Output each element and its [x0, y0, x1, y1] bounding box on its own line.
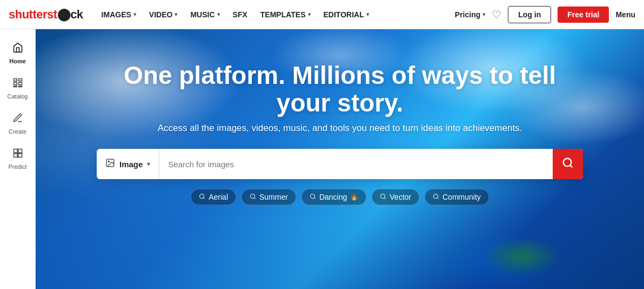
svg-point-11 [108, 161, 109, 162]
main-area: Home Catalog Cre [0, 29, 644, 289]
sidebar-item-predict[interactable]: Predict [3, 143, 33, 174]
create-icon [12, 113, 23, 126]
tag-dancing[interactable]: Dancing 🔥 [301, 189, 366, 205]
svg-rect-3 [18, 82, 22, 84]
svg-rect-2 [14, 82, 17, 84]
svg-point-18 [310, 194, 314, 198]
tag-trending-icon: 🔥 [350, 193, 358, 201]
tag-aerial[interactable]: Aerial [191, 189, 236, 205]
svg-line-13 [570, 165, 572, 167]
search-button[interactable] [553, 149, 583, 179]
chevron-down-icon: ▾ [133, 11, 136, 17]
sidebar-item-catalog[interactable]: Catalog [3, 73, 33, 104]
nav-item-video[interactable]: VIDEO ▾ [144, 7, 183, 22]
free-trial-button[interactable]: Free trial [558, 6, 609, 23]
chevron-down-icon: ▾ [308, 11, 311, 17]
search-type-label: Image [119, 160, 143, 169]
sidebar: Home Catalog Cre [0, 29, 36, 289]
svg-rect-1 [18, 79, 22, 81]
hero-section: One platform. Millions of ways to tell y… [36, 29, 644, 289]
svg-rect-4 [14, 86, 17, 87]
tag-community[interactable]: Community [425, 189, 489, 205]
svg-rect-9 [18, 154, 22, 157]
chevron-down-icon: ▾ [147, 161, 150, 168]
pricing-nav-item[interactable]: Pricing ▾ [455, 10, 485, 19]
svg-rect-0 [14, 79, 17, 81]
chevron-down-icon: ▾ [175, 11, 177, 17]
svg-point-12 [564, 158, 572, 166]
sidebar-item-create[interactable]: Create [3, 108, 33, 139]
nav-right: Pricing ▾ ♡ Log in Free trial Menu [455, 6, 635, 23]
svg-line-19 [314, 198, 315, 199]
hero-title: One platform. Millions of ways to tell y… [97, 62, 583, 116]
chevron-down-icon: ▾ [482, 11, 485, 17]
search-icon [380, 193, 386, 201]
svg-rect-5 [18, 86, 22, 87]
svg-line-21 [385, 198, 386, 199]
suggestion-tags: Aerial Summer Dancing 🔥 [191, 189, 489, 205]
nav-item-editorial[interactable]: EDITORIAL ▾ [318, 7, 374, 22]
logo[interactable]: shutterst⬤ck [9, 8, 83, 22]
tag-vector[interactable]: Vector [372, 189, 419, 205]
svg-point-14 [200, 194, 204, 198]
svg-rect-8 [14, 154, 17, 157]
sidebar-item-home[interactable]: Home [3, 38, 33, 69]
svg-point-20 [381, 194, 385, 198]
search-bar: Image ▾ [97, 149, 583, 179]
search-type-selector[interactable]: Image ▾ [97, 149, 159, 179]
svg-point-22 [433, 194, 438, 198]
home-icon [12, 42, 23, 56]
image-type-icon [105, 158, 115, 170]
svg-line-17 [254, 198, 255, 199]
nav-item-music[interactable]: MUSIC ▾ [185, 7, 225, 22]
search-icon [562, 157, 574, 172]
svg-line-15 [204, 198, 205, 199]
chevron-down-icon: ▾ [366, 11, 369, 17]
wishlist-icon[interactable]: ♡ [492, 8, 501, 21]
nav-items: IMAGES ▾ VIDEO ▾ MUSIC ▾ SFX TEMPLATES ▾… [96, 7, 455, 22]
login-button[interactable]: Log in [508, 6, 551, 23]
svg-rect-7 [18, 149, 22, 153]
svg-rect-6 [14, 149, 17, 153]
search-icon [310, 193, 316, 201]
svg-point-16 [251, 194, 255, 198]
tag-summer[interactable]: Summer [242, 189, 296, 205]
search-icon [433, 193, 439, 201]
svg-line-23 [437, 198, 438, 199]
search-input[interactable] [159, 149, 553, 179]
search-icon [199, 193, 205, 201]
top-navigation: shutterst⬤ck IMAGES ▾ VIDEO ▾ MUSIC ▾ SF… [0, 0, 644, 29]
nav-item-templates[interactable]: TEMPLATES ▾ [255, 7, 316, 22]
catalog-icon [12, 77, 23, 91]
predict-icon [12, 148, 23, 161]
logo-text: shutterst⬤ck [9, 8, 83, 22]
menu-button[interactable]: Menu [615, 10, 635, 19]
chevron-down-icon: ▾ [217, 11, 220, 17]
nav-item-sfx[interactable]: SFX [227, 7, 253, 22]
hero-content: One platform. Millions of ways to tell y… [36, 29, 644, 205]
nav-item-images[interactable]: IMAGES ▾ [96, 7, 142, 22]
hero-subtitle: Access all the images, videos, music, an… [158, 123, 522, 134]
search-icon [250, 193, 256, 201]
